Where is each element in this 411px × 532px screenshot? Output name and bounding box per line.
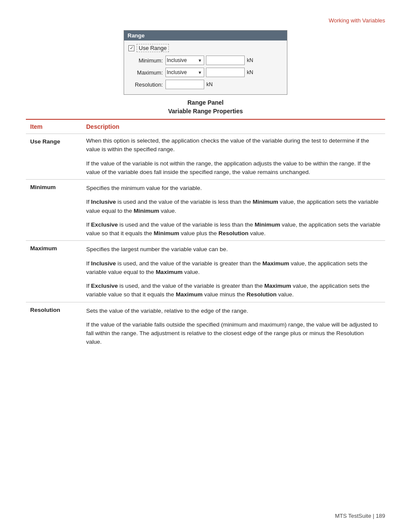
maximum-dropdown-arrow: ▼	[197, 70, 203, 75]
use-range-checkbox[interactable]: ✓	[128, 45, 134, 51]
use-range-label: Use Range	[137, 44, 169, 52]
maximum-row: Maximum: Inclusive ▼ kN	[128, 68, 283, 77]
desc-cell: If Exclusive is used, and the value of t…	[82, 279, 385, 302]
item-header: Item	[26, 119, 82, 134]
item-cell: Maximum	[26, 241, 82, 302]
page: Working with Variables Range ✓ Use Range…	[0, 0, 411, 532]
page-footer: MTS TestSuite | 189	[335, 513, 385, 519]
table-title: Variable Range Properties	[26, 108, 385, 115]
maximum-label: Maximum:	[128, 69, 163, 76]
resolution-input[interactable]	[165, 80, 204, 89]
range-panel-caption: Range Panel	[187, 99, 224, 106]
item-cell: Resolution	[26, 302, 82, 349]
minimum-dropdown-arrow: ▼	[197, 58, 203, 63]
table-header-row: Item Description	[26, 119, 385, 134]
desc-cell: If Exclusive is used and the value of th…	[82, 218, 385, 241]
range-panel: Range ✓ Use Range Minimum: Inclusive ▼ k…	[124, 30, 287, 95]
desc-cell: If the value of the variable is not with…	[82, 157, 385, 180]
desc-cell: If Inclusive is used, and the value of t…	[82, 257, 385, 280]
minimum-unit: kN	[247, 57, 253, 63]
section-link: Working with Variables	[329, 17, 385, 24]
description-header: Description	[82, 119, 385, 134]
maximum-dropdown-value: Inclusive	[167, 69, 197, 75]
table-row: MinimumSpecifies the minimum value for t…	[26, 180, 385, 196]
desc-cell: If the value of the variable falls outsi…	[82, 318, 385, 349]
minimum-dropdown-value: Inclusive	[167, 57, 197, 63]
desc-cell: Specifies the largest number the variabl…	[82, 241, 385, 257]
caption-area: Range Panel	[26, 99, 385, 106]
resolution-unit: kN	[206, 81, 213, 87]
minimum-dropdown[interactable]: Inclusive ▼	[165, 56, 204, 65]
table-row: Use RangeWhen this option is selected, t…	[26, 134, 385, 157]
maximum-unit: kN	[247, 69, 253, 75]
desc-cell: Specifies the minimum value for the vari…	[82, 180, 385, 196]
resolution-row: Resolution: kN	[128, 80, 283, 89]
desc-cell: Sets the value of the variable, relative…	[82, 302, 385, 318]
use-range-row: ✓ Use Range	[128, 44, 283, 52]
minimum-label: Minimum:	[128, 57, 163, 64]
minimum-row: Minimum: Inclusive ▼ kN	[128, 56, 283, 65]
desc-cell: When this option is selected, the applic…	[82, 134, 385, 157]
maximum-input[interactable]	[206, 68, 245, 77]
range-panel-body: ✓ Use Range Minimum: Inclusive ▼ kN Maxi…	[124, 40, 287, 94]
desc-cell: If Inclusive is used and the value of th…	[82, 195, 385, 218]
table-row: ResolutionSets the value of the variable…	[26, 302, 385, 318]
maximum-dropdown[interactable]: Inclusive ▼	[165, 68, 204, 77]
properties-table: Item Description Use RangeWhen this opti…	[26, 119, 385, 349]
item-cell: Use Range	[26, 134, 82, 180]
minimum-input[interactable]	[206, 56, 245, 65]
table-row: MaximumSpecifies the largest number the …	[26, 241, 385, 257]
item-cell: Minimum	[26, 180, 82, 241]
resolution-label: Resolution:	[128, 81, 163, 88]
range-panel-title: Range	[124, 31, 287, 40]
range-panel-container: Range ✓ Use Range Minimum: Inclusive ▼ k…	[26, 30, 385, 95]
